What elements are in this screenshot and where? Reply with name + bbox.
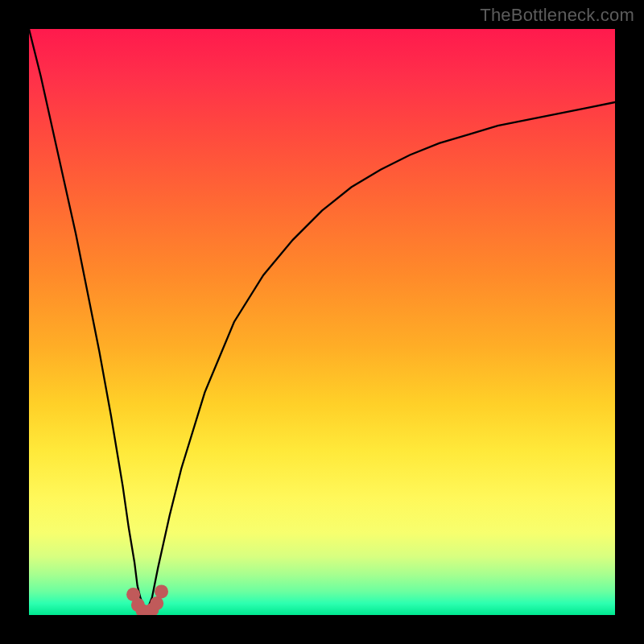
- chart-svg: [29, 29, 615, 615]
- outer-frame: TheBottleneck.com: [0, 0, 644, 644]
- curve-group: [29, 29, 615, 612]
- curve-right-branch: [147, 102, 615, 612]
- attribution-text: TheBottleneck.com: [480, 5, 634, 26]
- plot-area: [29, 29, 615, 615]
- curve-left-branch: [29, 29, 147, 612]
- marker-group: [126, 584, 168, 615]
- curve-marker: [155, 584, 168, 598]
- curve-marker: [150, 597, 163, 610]
